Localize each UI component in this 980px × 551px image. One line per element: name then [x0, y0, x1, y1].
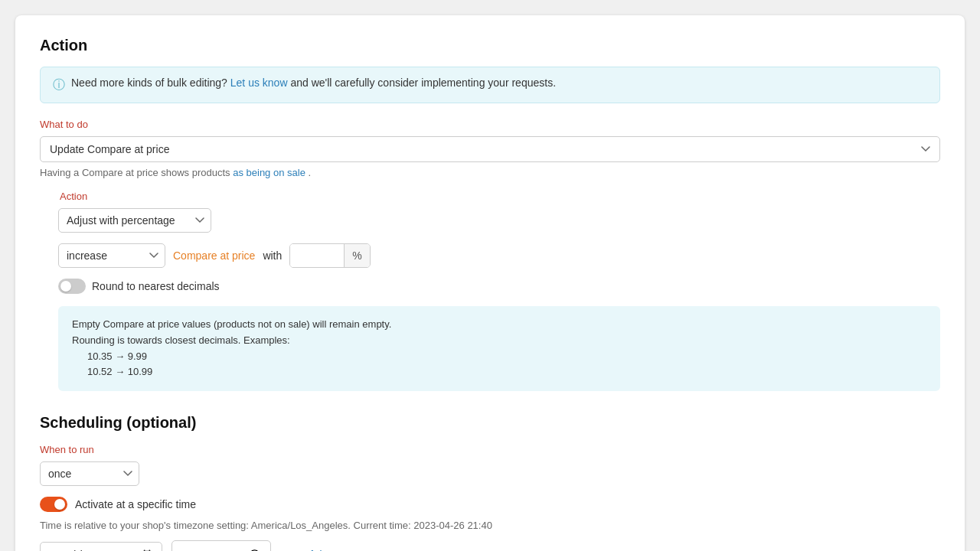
- info-banner: ⓘ Need more kinds of bulk editing? Let u…: [40, 67, 940, 103]
- when-to-run-label: When to run: [40, 444, 940, 455]
- activate-row: Activate at a specific time: [40, 497, 940, 512]
- example-2: 10.52 → 10.99: [87, 364, 926, 380]
- percent-input-wrapper: %: [289, 243, 370, 268]
- what-to-do-select[interactable]: Update Compare at price: [40, 136, 940, 162]
- timezone-info: Time is relative to your shop's timezone…: [40, 520, 940, 531]
- round-toggle[interactable]: [58, 279, 86, 294]
- as-being-on-sale-link[interactable]: as being on sale: [233, 167, 305, 178]
- when-to-run-row: once: [40, 461, 940, 486]
- frequency-select[interactable]: once: [40, 461, 139, 486]
- time-input[interactable]: [172, 540, 271, 551]
- scheduling-section: Scheduling (optional) When to run once A…: [40, 414, 940, 551]
- compare-at-price-label: Compare at price: [173, 249, 255, 262]
- main-card: Action ⓘ Need more kinds of bulk editing…: [15, 15, 965, 551]
- info-line-1: Empty Compare at price values (products …: [72, 317, 926, 333]
- round-toggle-slider: [58, 279, 86, 294]
- info-icon: ⓘ: [53, 77, 65, 93]
- info-banner-text: Need more kinds of bulk editing? Let us …: [71, 77, 556, 89]
- action-sub-label: Action: [60, 191, 940, 202]
- activate-toggle-slider: [40, 497, 67, 512]
- with-label: with: [263, 249, 282, 262]
- example-1: 10.35 → 9.99: [87, 349, 926, 365]
- datetime-row: start of day: [40, 540, 940, 551]
- let-us-know-link[interactable]: Let us know: [230, 77, 288, 89]
- scheduling-title: Scheduling (optional): [40, 414, 940, 432]
- direction-row: increase Compare at price with %: [58, 243, 940, 268]
- adjust-type-select[interactable]: Adjust with percentage: [58, 208, 211, 233]
- round-label: Round to nearest decimals: [92, 280, 220, 292]
- what-to-do-label: What to do: [40, 119, 940, 130]
- percent-input[interactable]: [290, 244, 344, 267]
- start-of-day-link[interactable]: start of day: [280, 549, 333, 551]
- compare-at-price-hint: Having a Compare at price shows products…: [40, 167, 940, 178]
- activate-label: Activate at a specific time: [75, 498, 196, 510]
- adjust-row: Adjust with percentage: [58, 208, 940, 233]
- rounding-info-box: Empty Compare at price values (products …: [58, 306, 940, 391]
- round-toggle-row: Round to nearest decimals: [58, 279, 940, 294]
- date-input[interactable]: [40, 542, 162, 551]
- action-section-title: Action: [40, 37, 940, 54]
- info-line-2: Rounding is towards closest decimals. Ex…: [72, 333, 926, 349]
- direction-select[interactable]: increase: [58, 243, 165, 268]
- action-subsection: Action Adjust with percentage increase C…: [58, 191, 940, 391]
- percent-symbol: %: [344, 244, 369, 267]
- activate-toggle[interactable]: [40, 497, 67, 512]
